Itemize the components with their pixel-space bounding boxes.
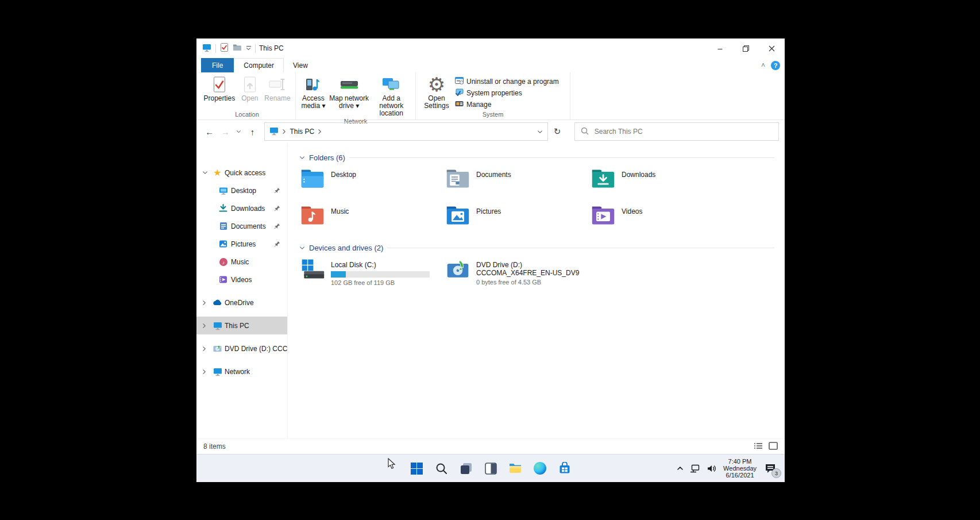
pin-icon — [274, 241, 280, 247]
folder-tile-pictures[interactable]: Pictures — [445, 205, 590, 236]
map-network-drive-button[interactable]: Map network drive ▾ — [329, 75, 370, 110]
notification-badge: 3 — [771, 468, 781, 478]
folder-tile-downloads[interactable]: Downloads — [590, 168, 735, 199]
folder-tile-desktop[interactable]: Desktop — [299, 168, 445, 199]
local-disk-icon — [299, 258, 326, 289]
pin-icon — [274, 187, 280, 194]
uninstall-program-button[interactable]: Uninstall or change a program — [455, 77, 559, 86]
desktop-icon — [218, 186, 228, 195]
properties-qat-icon[interactable] — [220, 43, 229, 53]
properties-button[interactable]: Properties — [202, 75, 237, 102]
folder-tile-videos[interactable]: Videos — [590, 205, 735, 236]
back-icon[interactable]: ← — [202, 124, 217, 139]
dvd-drive-icon — [213, 344, 222, 353]
microsoft-store-button[interactable] — [557, 461, 572, 476]
system-properties-icon — [455, 88, 464, 98]
taskbar-clock[interactable]: 7:40 PM Wednesday 6/16/2021 — [723, 458, 757, 479]
new-folder-qat-icon[interactable] — [233, 44, 242, 53]
svg-text:♪: ♪ — [222, 259, 225, 265]
window-title: This PC — [259, 44, 284, 52]
sidebar-item-quick-access[interactable]: ★ Quick access — [196, 164, 287, 182]
address-dropdown-chevron-icon[interactable] — [537, 130, 543, 134]
divider — [255, 44, 256, 53]
sidebar-item-desktop[interactable]: Desktop — [196, 182, 287, 199]
breadcrumb-chevron-icon[interactable] — [282, 129, 286, 134]
manage-button[interactable]: Manage — [455, 100, 559, 109]
tab-file[interactable]: File — [201, 58, 234, 72]
folder-tile-documents[interactable]: Documents — [445, 168, 590, 199]
large-icons-view-icon[interactable] — [769, 442, 778, 452]
pin-icon — [274, 205, 280, 211]
search-button[interactable] — [434, 461, 449, 476]
collapse-ribbon-icon[interactable]: ˄ — [761, 61, 765, 70]
folders-section-header[interactable]: Folders (6) — [299, 153, 774, 162]
sidebar-item-music[interactable]: ♪ Music — [196, 253, 287, 271]
add-network-location-button[interactable]: Add a network location — [371, 75, 412, 117]
address-bar[interactable]: This PC — [264, 122, 548, 141]
chevron-down-icon[interactable] — [202, 171, 208, 175]
edge-button[interactable] — [533, 461, 547, 476]
ribbon-tab-bar: File Computer View ˄ ? — [196, 58, 785, 72]
sidebar-item-downloads[interactable]: Downloads — [196, 199, 287, 217]
task-view-button[interactable] — [458, 461, 473, 476]
title-bar[interactable]: This PC – — [196, 38, 785, 58]
sidebar-item-videos[interactable]: Videos — [196, 271, 287, 288]
recent-locations-chevron-icon[interactable] — [234, 124, 244, 139]
access-media-icon — [305, 75, 321, 94]
add-network-location-icon — [381, 75, 401, 94]
quick-access-toolbar — [196, 43, 256, 54]
ribbon-group-label: System — [416, 110, 570, 120]
system-properties-button[interactable]: System properties — [455, 88, 559, 98]
videos-folder-icon — [590, 205, 616, 236]
minimize-button[interactable]: – — [707, 38, 733, 58]
address-this-pc-icon — [269, 126, 279, 137]
sidebar-item-this-pc[interactable]: This PC — [196, 317, 287, 334]
dvd-drive-icon — [445, 258, 471, 289]
close-button[interactable] — [759, 38, 785, 58]
tab-view[interactable]: View — [284, 58, 317, 72]
ribbon-group-network: Access media ▾ Map network drive ▾ Add a… — [296, 72, 416, 120]
search-box[interactable] — [574, 122, 779, 141]
access-media-button[interactable]: Access media ▾ — [299, 75, 327, 110]
sidebar-item-network[interactable]: Network — [196, 363, 287, 380]
volume-tray-icon[interactable] — [707, 464, 717, 473]
drive-tile-dvd[interactable]: DVD Drive (D:) CCCOMA_X64FRE_EN-US_DV9 0… — [445, 258, 590, 289]
network-tray-icon[interactable] — [690, 464, 700, 473]
help-icon[interactable]: ? — [771, 61, 780, 70]
hidden-icons-chevron-icon[interactable] — [677, 466, 684, 471]
chevron-right-icon[interactable] — [202, 346, 208, 352]
documents-folder-icon — [445, 168, 471, 199]
section-collapse-chevron-icon[interactable] — [299, 156, 305, 160]
chevron-right-icon[interactable] — [202, 369, 208, 375]
start-button[interactable] — [409, 461, 424, 476]
drives-section-header[interactable]: Devices and drives (2) — [299, 244, 774, 252]
tab-computer[interactable]: Computer — [234, 58, 284, 72]
sidebar-item-dvd-drive[interactable]: DVD Drive (D:) CCCOMA_X64FRE_EN-US_DV9 — [196, 340, 287, 357]
sidebar-item-documents[interactable]: Documents — [196, 217, 287, 235]
quick-access-star-icon: ★ — [213, 168, 221, 178]
dvd-free-space: 0 bytes free of 4.53 GB — [476, 278, 579, 286]
drive-tile-local-disk-c[interactable]: Local Disk (C:) 102 GB free of 119 GB — [299, 258, 445, 289]
up-icon[interactable]: ↑ — [245, 124, 260, 139]
search-input[interactable] — [593, 127, 773, 136]
chevron-right-icon[interactable] — [202, 323, 208, 329]
file-explorer-button[interactable] — [508, 461, 523, 476]
details-view-icon[interactable] — [754, 442, 763, 452]
chevron-right-icon[interactable] — [202, 300, 208, 306]
breadcrumb-this-pc[interactable]: This PC — [290, 128, 314, 136]
restore-button[interactable] — [733, 38, 759, 58]
mouse-cursor — [387, 458, 396, 472]
sidebar-item-onedrive[interactable]: OneDrive — [196, 294, 287, 311]
folder-tile-music[interactable]: Music — [299, 205, 445, 236]
sidebar-item-pictures[interactable]: Pictures — [196, 235, 287, 253]
refresh-icon[interactable]: ↻ — [549, 124, 565, 140]
customize-qat-chevron-icon[interactable] — [246, 46, 251, 51]
breadcrumb-chevron-icon[interactable] — [318, 129, 322, 134]
widgets-button[interactable] — [483, 461, 498, 476]
notifications-button[interactable]: 3 — [763, 461, 778, 476]
navigation-pane: ★ Quick access Desktop Downloads Documen… — [196, 143, 287, 438]
section-collapse-chevron-icon[interactable] — [299, 246, 305, 250]
clock-day: Wednesday — [723, 465, 757, 472]
clock-time: 7:40 PM — [723, 458, 757, 465]
open-settings-button[interactable]: ⚙ Open Settings — [419, 75, 454, 110]
